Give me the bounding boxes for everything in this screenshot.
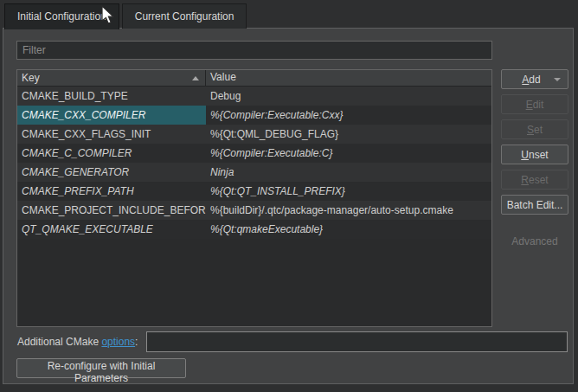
set-button[interactable]: Set (501, 119, 568, 139)
value-cell[interactable]: %{Compiler:Executable:C} (206, 144, 491, 163)
key-cell[interactable]: CMAKE_CXX_COMPILER (17, 106, 206, 125)
add-button[interactable]: Add (501, 69, 568, 89)
options-link[interactable]: options (101, 336, 135, 348)
key-cell[interactable]: CMAKE_PROJECT_INCLUDE_BEFORE (17, 201, 206, 220)
table-row: CMAKE_BUILD_TYPE Debug (17, 87, 491, 106)
column-header-key[interactable]: Key (17, 70, 206, 86)
key-cell[interactable]: CMAKE_GENERATOR (17, 163, 206, 182)
value-cell[interactable]: %{Qt:QML_DEBUG_FLAG} (206, 125, 491, 144)
table-body: CMAKE_BUILD_TYPE Debug CMAKE_CXX_COMPILE… (17, 87, 491, 239)
advanced-toggle[interactable]: Advanced (501, 235, 568, 247)
initial-configuration-pane: Key Value CMAKE_BUILD_TYPE Debug CMAKE_C… (3, 28, 574, 384)
key-cell[interactable]: CMAKE_C_COMPILER (17, 144, 206, 163)
value-cell[interactable]: %{Compiler:Executable:Cxx} (206, 106, 491, 125)
value-cell[interactable]: %{Qt:QT_INSTALL_PREFIX} (206, 182, 491, 201)
value-cell[interactable]: %{Qt:qmakeExecutable} (206, 220, 491, 239)
table-row: CMAKE_GENERATOR Ninja (17, 163, 491, 182)
sort-ascending-icon (192, 76, 199, 80)
unset-button[interactable]: Unset (501, 145, 568, 164)
reconfigure-button[interactable]: Re-configure with Initial Parameters (16, 358, 186, 378)
table-row: CMAKE_C_COMPILER %{Compiler:Executable:C… (17, 144, 491, 163)
table-row: CMAKE_CXX_COMPILER %{Compiler:Executable… (17, 106, 491, 125)
column-header-key-label: Key (22, 71, 40, 86)
configuration-tabbar: Initial Configuration Current Configurat… (4, 3, 247, 29)
reset-button[interactable]: Reset (501, 170, 568, 190)
column-header-value[interactable]: Value (206, 70, 491, 86)
label-suffix: : (135, 336, 138, 348)
table-header-row: Key Value (17, 70, 491, 87)
key-cell[interactable]: CMAKE_PREFIX_PATH (17, 182, 206, 201)
value-cell[interactable]: %{buildDir}/.qtc/package-manager/auto-se… (206, 201, 491, 220)
key-cell[interactable]: QT_QMAKE_EXECUTABLE (17, 220, 206, 239)
table-row: CMAKE_PROJECT_INCLUDE_BEFORE %{buildDir}… (17, 201, 491, 220)
cmake-configuration-panel: { "tabs": { "items": [ { "label": "Initi… (0, 0, 578, 392)
table-row: CMAKE_PREFIX_PATH %{Qt:QT_INSTALL_PREFIX… (17, 182, 491, 201)
key-cell[interactable]: CMAKE_BUILD_TYPE (17, 87, 206, 106)
batch-edit-button[interactable]: Batch Edit... (501, 195, 568, 215)
tab-current-configuration[interactable]: Current Configuration (122, 3, 247, 29)
add-button-label: Add (522, 74, 540, 86)
additional-cmake-options-label: Additional CMake options: (17, 335, 138, 349)
filter-input[interactable] (16, 41, 492, 60)
table-row: CMAKE_CXX_FLAGS_INIT %{Qt:QML_DEBUG_FLAG… (17, 125, 491, 144)
label-prefix: Additional CMake (17, 336, 101, 348)
table-row: QT_QMAKE_EXECUTABLE %{Qt:qmakeExecutable… (17, 220, 491, 239)
value-cell[interactable]: Ninja (206, 163, 491, 182)
add-dropdown-icon (554, 78, 561, 81)
value-cell[interactable]: Debug (206, 87, 491, 106)
additional-options-input[interactable] (146, 331, 568, 352)
key-cell[interactable]: CMAKE_CXX_FLAGS_INIT (17, 125, 206, 144)
edit-button[interactable]: Edit (501, 94, 568, 114)
tab-initial-configuration[interactable]: Initial Configuration (4, 3, 119, 29)
variables-table: Key Value CMAKE_BUILD_TYPE Debug CMAKE_C… (16, 69, 492, 327)
